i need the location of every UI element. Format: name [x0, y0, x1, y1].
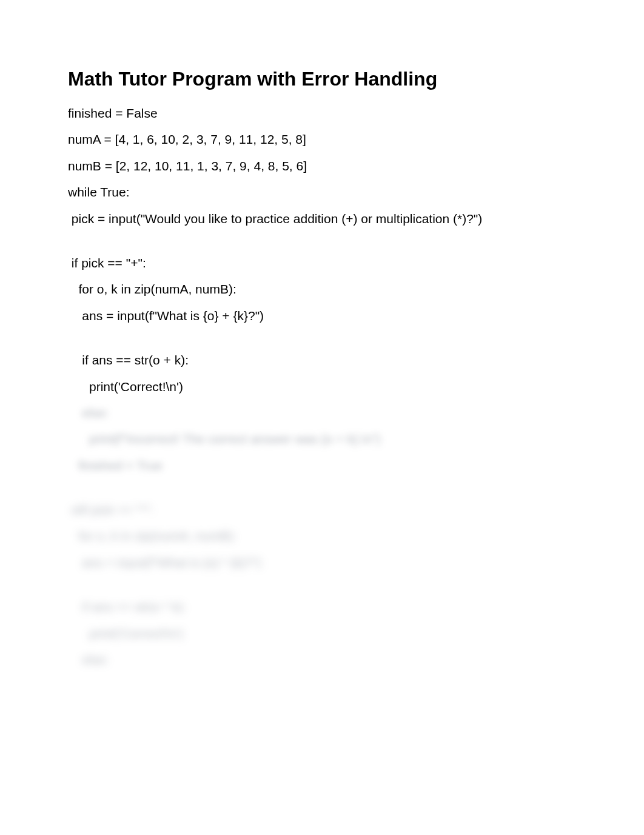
blurred-code-line: finished = True — [68, 457, 576, 474]
blurred-code-line: else: — [68, 404, 576, 421]
code-line: numA = [4, 1, 6, 10, 2, 3, 7, 9, 11, 12,… — [68, 130, 576, 148]
blurred-code-line: for o, k in zip(numA, numB): — [68, 527, 576, 545]
code-line: finished = False — [68, 104, 576, 122]
blurred-code-line: else: — [68, 651, 576, 668]
code-line: ans = input(f"What is {o} + {k}?") — [68, 307, 576, 324]
code-line: for o, k in zip(numA, numB): — [68, 280, 576, 298]
blurred-code-line: ans = input(f"What is {o} * {k}?") — [68, 554, 576, 571]
blurred-code-line: if ans == str(o * k): — [68, 598, 576, 615]
blank-line — [68, 333, 576, 351]
code-line: pick = input("Would you like to practice… — [68, 210, 576, 227]
document-page: Math Tutor Program with Error Handling f… — [0, 0, 644, 835]
blank-line — [68, 236, 576, 254]
blank-line — [68, 580, 576, 598]
code-line: numB = [2, 12, 10, 11, 1, 3, 7, 9, 4, 8,… — [68, 157, 576, 175]
page-title: Math Tutor Program with Error Handling — [68, 67, 576, 91]
blurred-code-line: print(f"Incorrect! The correct answer wa… — [68, 430, 576, 448]
code-line: print('Correct!\n') — [68, 378, 576, 395]
code-line: while True: — [68, 183, 576, 201]
code-line: if pick == "+": — [68, 254, 576, 272]
blurred-code-line: elif pick == "*": — [68, 501, 576, 518]
blank-line — [68, 483, 576, 501]
blurred-code-line: print('Correct!\n') — [68, 625, 576, 642]
code-line: if ans == str(o + k): — [68, 351, 576, 369]
